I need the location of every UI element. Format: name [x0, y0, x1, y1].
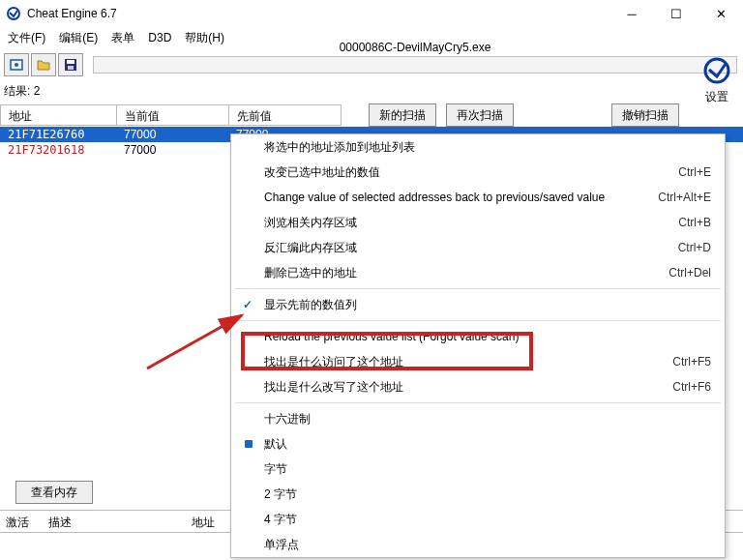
separator	[235, 288, 721, 289]
column-header-address[interactable]: 地址	[1, 105, 117, 125]
result-current: 77000	[116, 143, 228, 157]
app-icon	[6, 6, 21, 21]
ctx-disassemble-region[interactable]: 反汇编此内存区域Ctrl+D	[231, 235, 725, 260]
ctx-hex[interactable]: 十六进制	[231, 406, 725, 431]
undo-scan-button[interactable]: 撤销扫描	[611, 103, 679, 127]
svg-rect-4	[67, 60, 74, 64]
svg-point-2	[15, 63, 18, 67]
svg-rect-5	[68, 66, 74, 70]
bottom-col-description[interactable]: 描述	[43, 511, 186, 532]
settings-label[interactable]: 设置	[700, 89, 733, 105]
ctx-show-previous-column[interactable]: 显示先前的数值列	[231, 292, 725, 317]
ctx-what-writes[interactable]: 找出是什么改写了这个地址Ctrl+F6	[231, 374, 725, 399]
ctx-revert-value[interactable]: Change value of selected addresses back …	[231, 185, 725, 210]
separator	[235, 320, 721, 321]
results-count-label: 结果: 2	[0, 81, 743, 103]
ctx-type-2bytes[interactable]: 2 字节	[231, 482, 725, 507]
save-button[interactable]	[58, 53, 83, 76]
ctx-browse-region[interactable]: 浏览相关内存区域Ctrl+B	[231, 210, 725, 235]
bottom-col-active[interactable]: 激活	[0, 511, 43, 532]
next-scan-button[interactable]: 再次扫描	[446, 103, 514, 127]
window-title: Cheat Engine 6.7	[27, 7, 117, 20]
ctx-type-default[interactable]: 默认	[231, 431, 725, 457]
column-header-current[interactable]: 当前值	[117, 105, 229, 125]
ctx-type-byte[interactable]: 字节	[231, 457, 725, 482]
menu-file[interactable]: 文件(F)	[8, 30, 45, 46]
close-button[interactable]: ✕	[698, 0, 743, 27]
progress-bar: 0000086C-DevilMayCry5.exe	[93, 56, 737, 74]
ctx-type-4bytes[interactable]: 4 字节	[231, 507, 725, 532]
svg-line-7	[147, 315, 242, 368]
maximize-button[interactable]: ☐	[654, 0, 698, 27]
menu-edit[interactable]: 编辑(E)	[59, 30, 98, 46]
open-file-button[interactable]	[31, 53, 56, 76]
ctx-add-to-list[interactable]: 将选中的地址添加到地址列表	[231, 134, 725, 160]
result-current: 77000	[116, 128, 228, 141]
cheatengine-logo-icon[interactable]	[700, 54, 733, 87]
view-memory-button[interactable]: 查看内存	[15, 481, 93, 504]
ctx-change-value[interactable]: 改变已选中地址的数值Ctrl+E	[231, 160, 725, 185]
separator	[235, 402, 721, 403]
annotation-highlight-box	[241, 332, 533, 370]
ctx-type-float[interactable]: 单浮点	[231, 532, 725, 557]
column-header-previous[interactable]: 先前值	[229, 105, 342, 125]
result-address: 21F71E26760	[0, 128, 116, 141]
minimize-button[interactable]: ─	[609, 0, 654, 27]
attached-process-label: 0000086C-DevilMayCry5.exe	[94, 41, 736, 54]
open-process-button[interactable]	[4, 53, 29, 76]
annotation-arrow	[145, 306, 252, 373]
new-scan-button[interactable]: 新的扫描	[369, 103, 436, 127]
result-address: 21F73201618	[0, 143, 116, 157]
ctx-delete-selected[interactable]: 删除已选中的地址Ctrl+Del	[231, 260, 725, 285]
